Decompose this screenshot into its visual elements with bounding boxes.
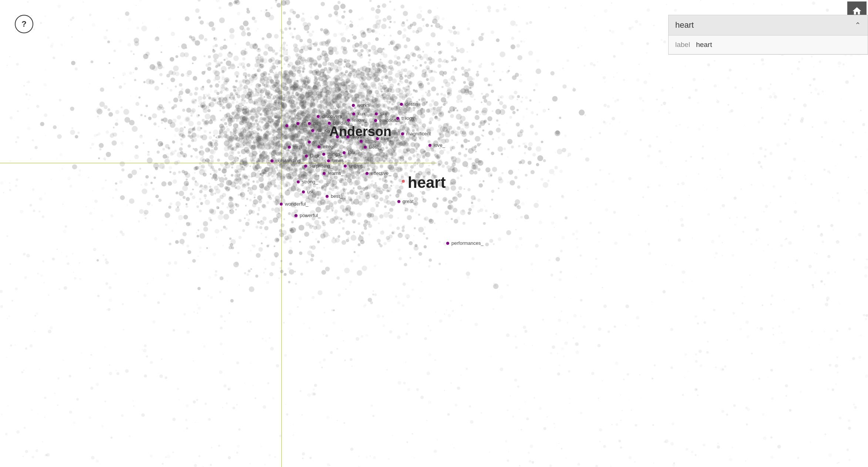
panel-header[interactable]: heart ⌃ [669,15,868,35]
panel-row-key: label [675,41,690,49]
panel-body: label heart [669,35,868,54]
panel-chevron-icon: ⌃ [855,21,861,30]
help-button[interactable]: ? [15,15,33,33]
info-panel: heart ⌃ label heart [668,15,868,55]
panel-title: heart [675,20,694,30]
panel-row-value: heart [696,41,712,49]
panel-row-label: label heart [675,41,861,49]
scatter-plot[interactable] [0,0,868,467]
help-icon: ? [21,19,26,29]
